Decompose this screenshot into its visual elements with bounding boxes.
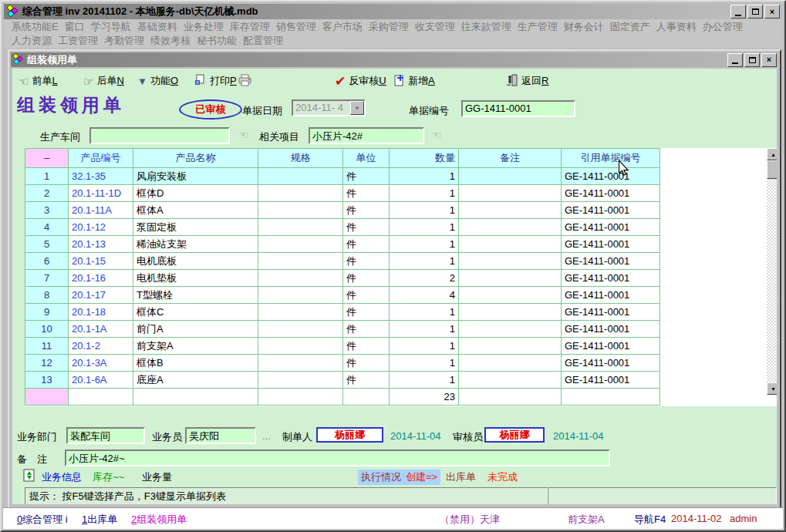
doc-date-combo[interactable]: 2014-11- 4 ▼: [292, 99, 366, 116]
stock-link[interactable]: 库存~~: [93, 470, 124, 484]
outbound-doc-link[interactable]: 出库单: [446, 470, 476, 484]
clerk-field[interactable]: 吴庆阳: [185, 427, 256, 444]
product-name-cell[interactable]: 前门A: [133, 321, 258, 338]
row-number-cell[interactable]: 1: [25, 168, 69, 185]
product-code-cell[interactable]: 20.1-1A: [69, 321, 133, 338]
qty-cell[interactable]: 1: [390, 338, 459, 355]
product-name-cell[interactable]: 框体B: [133, 355, 258, 372]
close-button[interactable]: ×: [764, 5, 780, 19]
product-code-cell[interactable]: 20.1-18: [69, 304, 133, 321]
qty-cell[interactable]: 2: [390, 270, 459, 287]
unit-cell[interactable]: 件: [343, 219, 390, 236]
workshop-field[interactable]: [89, 127, 230, 144]
note-cell[interactable]: [459, 321, 562, 338]
qty-cell[interactable]: 1: [390, 185, 459, 202]
table-scrollbar[interactable]: ▲ ▼: [767, 148, 777, 395]
note-cell[interactable]: [459, 185, 562, 202]
qty-cell[interactable]: 1: [390, 219, 459, 236]
note-field[interactable]: 小压片-42#~: [65, 450, 610, 466]
doc-maximize-button[interactable]: [744, 53, 760, 67]
table-row[interactable]: 132.1-35风扇安装板件1GE-1411-0001: [25, 168, 660, 185]
table-row[interactable]: 320.1-11A框体A件1GE-1411-0001: [25, 202, 660, 219]
qty-cell[interactable]: 1: [390, 202, 459, 219]
product-name-cell[interactable]: 电机底板: [133, 253, 258, 270]
qty-cell[interactable]: 数量: [390, 149, 459, 168]
product-code-cell[interactable]: 20.1-16: [69, 270, 133, 287]
qty-cell[interactable]: 1: [390, 321, 459, 338]
table-row[interactable]: 220.1-11-1D框体D件1GE-1411-0001: [25, 185, 660, 202]
menu-item[interactable]: 销售管理: [273, 20, 319, 34]
unit-cell[interactable]: 件: [343, 236, 390, 253]
create-link[interactable]: 创建=>: [403, 470, 440, 485]
product-code-cell[interactable]: 20.1-6A: [69, 372, 133, 389]
table-row[interactable]: 420.1-12泵固定板件1GE-1411-0001: [25, 219, 660, 236]
unit-cell[interactable]: 件: [343, 287, 390, 304]
qty-cell[interactable]: 1: [390, 236, 459, 253]
ref-cell[interactable]: 引用单据编号: [562, 149, 660, 168]
hand-pointer-icon[interactable]: ☜: [432, 129, 442, 141]
row-number-cell[interactable]: 6: [25, 253, 69, 270]
spec-cell[interactable]: [258, 338, 343, 355]
project-field[interactable]: 小压片-42#: [309, 127, 424, 144]
menu-item[interactable]: 绩效考核: [147, 34, 194, 48]
spec-cell[interactable]: [258, 219, 343, 236]
ref-cell[interactable]: GE-1411-0001: [562, 321, 660, 338]
product-code-cell[interactable]: 20.1-12: [69, 219, 133, 236]
unit-cell[interactable]: 件: [343, 321, 390, 338]
spec-cell[interactable]: [258, 372, 343, 389]
ref-cell[interactable]: GE-1411-0001: [562, 219, 660, 236]
spec-cell[interactable]: [258, 304, 343, 321]
qty-cell[interactable]: 1: [390, 168, 459, 185]
menu-item[interactable]: 往来款管理: [458, 20, 514, 34]
unit-cell[interactable]: 件: [343, 355, 390, 372]
spec-cell[interactable]: [258, 321, 343, 338]
product-name-cell[interactable]: 框体A: [133, 202, 258, 219]
row-number-cell[interactable]: 3: [25, 202, 69, 219]
menu-item[interactable]: 人力资源: [8, 34, 55, 48]
menu-item[interactable]: 库存管理: [227, 20, 273, 34]
ref-cell[interactable]: GE-1411-0001: [562, 287, 660, 304]
unit-cell[interactable]: 件: [343, 253, 390, 270]
note-cell[interactable]: [459, 338, 562, 355]
product-code-cell[interactable]: 20.1-2: [69, 338, 133, 355]
taskbar-item-main[interactable]: 0综合管理 i: [17, 513, 68, 527]
ref-cell[interactable]: GE-1411-0001: [562, 253, 660, 270]
product-name-cell[interactable]: 风扇安装板: [133, 168, 258, 185]
table-row[interactable]: 1220.1-3A框体B件1GE-1411-0001: [25, 355, 660, 372]
row-number-cell[interactable]: 4: [25, 219, 69, 236]
row-number-cell[interactable]: 10: [25, 321, 69, 338]
product-code-cell[interactable]: 20.1-13: [69, 236, 133, 253]
product-name-cell[interactable]: 稀油站支架: [133, 236, 258, 253]
ref-cell[interactable]: GE-1411-0001: [562, 168, 660, 185]
spec-cell[interactable]: [258, 355, 343, 372]
unit-cell[interactable]: 件: [343, 372, 390, 389]
menu-item[interactable]: 学习导航: [88, 20, 134, 34]
print-button[interactable]: 打印P: [194, 73, 237, 89]
note-cell[interactable]: [459, 287, 562, 304]
row-number-cell[interactable]: 9: [25, 304, 69, 321]
row-number-cell[interactable]: –: [25, 149, 69, 168]
add-new-button[interactable]: 新增A: [393, 73, 435, 89]
status-nav-link[interactable]: 导航F4: [634, 513, 666, 527]
scroll-thumb[interactable]: [767, 160, 777, 179]
spec-cell[interactable]: [258, 253, 343, 270]
spec-cell[interactable]: [258, 270, 343, 287]
note-cell[interactable]: [459, 236, 562, 253]
table-row[interactable]: 1120.1-2前支架A件1GE-1411-0001: [25, 338, 660, 355]
ref-cell[interactable]: GE-1411-0001: [562, 355, 660, 372]
menu-item[interactable]: 办公管理: [700, 20, 746, 34]
scroll-up-button[interactable]: ▲: [767, 148, 777, 160]
spec-cell[interactable]: 规格: [258, 149, 343, 168]
note-cell[interactable]: [459, 372, 562, 389]
product-name-cell[interactable]: 框体C: [133, 304, 258, 321]
qty-cell[interactable]: 1: [390, 372, 459, 389]
unit-cell[interactable]: 件: [343, 202, 390, 219]
qty-cell[interactable]: 1: [390, 253, 459, 270]
menu-item[interactable]: 工资管理: [55, 34, 101, 48]
chevron-down-icon[interactable]: ▼: [350, 101, 364, 115]
menu-item[interactable]: 固定资产: [607, 20, 653, 34]
menu-item[interactable]: 人事资料: [653, 20, 700, 34]
row-number-cell[interactable]: 2: [25, 185, 69, 202]
table-row[interactable]: 620.1-15电机底板件1GE-1411-0001: [25, 253, 660, 270]
product-name-cell[interactable]: 泵固定板: [133, 219, 258, 236]
